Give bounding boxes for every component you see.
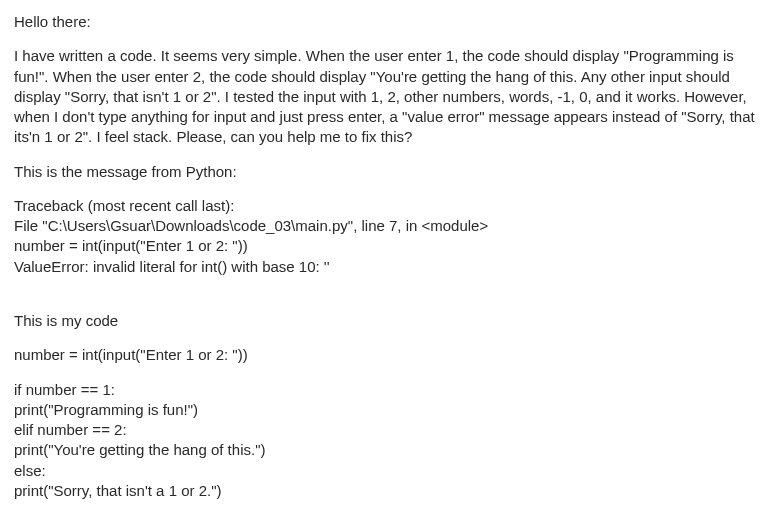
- greeting-text: Hello there:: [14, 12, 755, 32]
- traceback-line: Traceback (most recent call last):: [14, 196, 755, 216]
- code-line: print("Programming is fun!"): [14, 400, 755, 420]
- code-intro: This is my code: [14, 311, 755, 331]
- traceback-block: Traceback (most recent call last): File …: [14, 196, 755, 277]
- code-line: print("You're getting the hang of this."…: [14, 440, 755, 460]
- intro-paragraph: I have written a code. It seems very sim…: [14, 46, 755, 147]
- traceback-line: number = int(input("Enter 1 or 2: ")): [14, 236, 755, 256]
- traceback-line: ValueError: invalid literal for int() wi…: [14, 257, 755, 277]
- traceback-line: File "C:\Users\Gsuar\Downloads\code_03\m…: [14, 216, 755, 236]
- code-line: else:: [14, 461, 755, 481]
- code-line: if number == 1:: [14, 380, 755, 400]
- code-line: print("Sorry, that isn't a 1 or 2."): [14, 481, 755, 501]
- python-message-intro: This is the message from Python:: [14, 162, 755, 182]
- code-block: if number == 1: print("Programming is fu…: [14, 380, 755, 502]
- code-line: elif number == 2:: [14, 420, 755, 440]
- code-line: number = int(input("Enter 1 or 2: ")): [14, 345, 755, 365]
